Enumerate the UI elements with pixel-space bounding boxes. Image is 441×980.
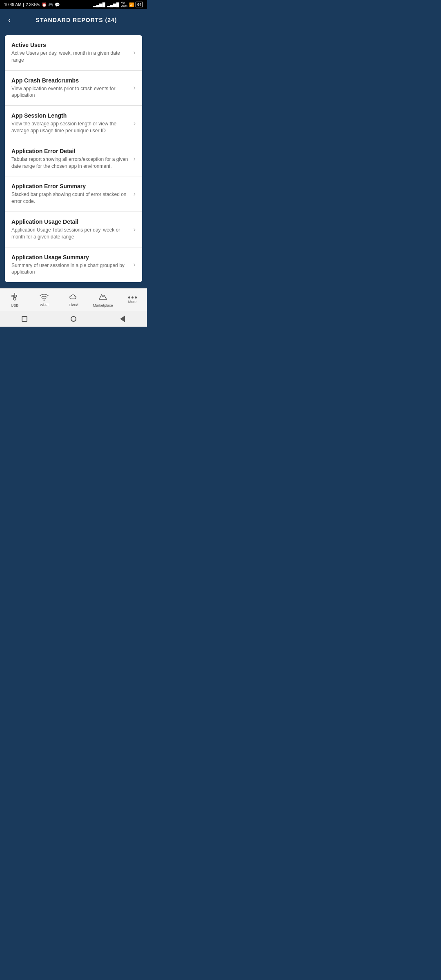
list-item-title: Active Users (11, 42, 129, 48)
status-bar-right: ▂▄▆█ ▂▄▆█ VoWiFi 📶 64 (93, 1, 143, 8)
list-item[interactable]: Application Error Detail Tabular report … (5, 141, 142, 176)
back-nav-button[interactable] (119, 315, 126, 323)
list-item-title: App Crash Breadcrumbs (11, 77, 129, 84)
nav-item-wifi[interactable]: Wi-Fi (29, 293, 59, 307)
square-icon (22, 316, 27, 322)
signal-icon-2: ▂▄▆█ (107, 2, 119, 7)
list-item-content: App Session Length View the average app … (11, 112, 134, 134)
list-item-description: Tabular report showing all errors/except… (11, 156, 129, 170)
nav-marketplace-label: Marketplace (93, 303, 113, 307)
speed-display: | (23, 2, 24, 7)
nav-cloud-label: Cloud (69, 303, 78, 307)
list-item-description: View the average app session length or v… (11, 120, 129, 134)
list-item-content: Active Users Active Users per day, week,… (11, 42, 134, 64)
list-item-description: Stacked bar graph showing count of error… (11, 191, 129, 205)
list-item[interactable]: Application Usage Summary Summary of use… (5, 247, 142, 283)
home-button[interactable] (70, 315, 77, 323)
nav-item-more[interactable]: More (118, 296, 147, 304)
chevron-right-icon: › (134, 190, 136, 198)
chevron-right-icon: › (134, 84, 136, 91)
chevron-right-icon: › (134, 120, 136, 127)
network-speed: 2.3KB/s (26, 2, 40, 7)
list-item-content: Application Usage Detail Application Usa… (11, 218, 134, 241)
bottom-navigation: USB Wi-Fi Cloud Marketplace (0, 288, 147, 311)
vowifi-label: VoWiFi (121, 1, 127, 8)
page-header: ‹ STANDARD REPORTS (24) (0, 9, 147, 31)
recent-apps-button[interactable] (21, 315, 28, 323)
cloud-nav-icon (69, 293, 78, 302)
list-item[interactable]: App Crash Breadcrumbs View application e… (5, 71, 142, 106)
nav-usb-label: USB (11, 303, 19, 307)
triangle-icon (120, 316, 125, 322)
reports-card: Active Users Active Users per day, week,… (5, 35, 142, 282)
list-item-title: Application Error Summary (11, 183, 129, 189)
nav-more-label: More (128, 300, 137, 304)
list-item[interactable]: Active Users Active Users per day, week,… (5, 35, 142, 70)
list-item-content: App Crash Breadcrumbs View application e… (11, 77, 134, 99)
list-item-description: Active Users per day, week, month in a g… (11, 50, 129, 64)
main-content: Active Users Active Users per day, week,… (0, 31, 147, 290)
svg-point-9 (44, 299, 45, 301)
wifi-icon: 📶 (129, 2, 134, 7)
list-item[interactable]: Application Error Summary Stacked bar gr… (5, 176, 142, 212)
list-item-title: Application Usage Detail (11, 218, 129, 225)
list-item-title: Application Usage Summary (11, 254, 129, 261)
nav-item-usb[interactable]: USB (0, 293, 29, 307)
list-item-description: Application Usage Total sessions per day… (11, 227, 129, 241)
gamepad-icon: 🎮 (48, 2, 53, 7)
circle-icon (71, 316, 76, 322)
list-item-title: App Session Length (11, 112, 129, 119)
svg-rect-5 (12, 295, 13, 297)
status-bar-left: 10:49 AM | 2.3KB/s ⏰ 🎮 💬 (4, 2, 60, 7)
back-button[interactable]: ‹ (7, 15, 12, 25)
wifi-nav-icon (40, 293, 49, 302)
whatsapp-icon: 💬 (55, 2, 60, 7)
status-bar: 10:49 AM | 2.3KB/s ⏰ 🎮 💬 ▂▄▆█ ▂▄▆█ VoWiF… (0, 0, 147, 9)
list-item-description: Summary of user sessions in a pie chart … (11, 262, 129, 276)
list-item-content: Application Usage Summary Summary of use… (11, 254, 134, 276)
chevron-right-icon: › (134, 49, 136, 56)
list-item[interactable]: App Session Length View the average app … (5, 106, 142, 141)
marketplace-icon (98, 293, 107, 302)
nav-wifi-label: Wi-Fi (40, 303, 49, 307)
chevron-right-icon: › (134, 226, 136, 233)
list-item-description: View application events prior to crash e… (11, 85, 129, 99)
list-item[interactable]: Application Usage Detail Application Usa… (5, 212, 142, 247)
list-item-content: Application Error Detail Tabular report … (11, 148, 134, 170)
battery-display: 64 (136, 2, 143, 7)
list-item-content: Application Error Summary Stacked bar gr… (11, 183, 134, 205)
nav-item-cloud[interactable]: Cloud (59, 293, 88, 307)
chevron-right-icon: › (134, 155, 136, 163)
android-nav-bar (0, 311, 147, 327)
alarm-icon: ⏰ (42, 2, 47, 7)
list-item-title: Application Error Detail (11, 148, 129, 154)
usb-icon (11, 293, 18, 302)
chevron-right-icon: › (134, 261, 136, 268)
more-icon (128, 296, 137, 298)
time-display: 10:49 AM (4, 2, 21, 7)
signal-icon-1: ▂▄▆█ (93, 2, 105, 7)
nav-item-marketplace[interactable]: Marketplace (88, 293, 118, 307)
page-title: STANDARD REPORTS (24) (12, 17, 140, 23)
